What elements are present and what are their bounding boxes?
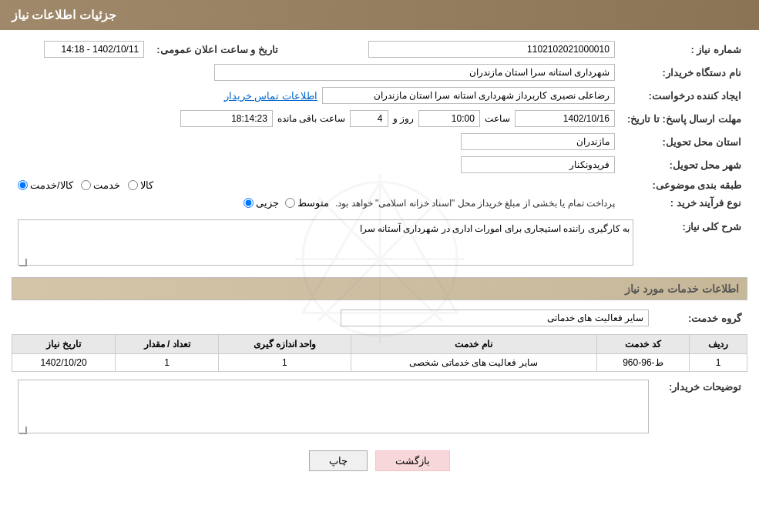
response-remain-input[interactable] xyxy=(180,110,273,127)
announcement-date-label: تاریخ و ساعت اعلان عمومی: xyxy=(150,38,301,61)
page-header: جزئیات اطلاعات نیاز xyxy=(0,0,759,30)
need-desc-wrapper xyxy=(18,219,633,268)
delivery-province-input[interactable] xyxy=(461,133,615,150)
need-desc-table: شرح کلی نیاز: xyxy=(12,216,747,271)
process-motevasset[interactable]: متوسط xyxy=(285,197,329,209)
delivery-city-label: شهر محل تحویل: xyxy=(621,153,747,176)
services-table: ردیف کد خدمت نام خدمت واحد اندازه گیری ت… xyxy=(12,334,747,372)
response-deadline-label: مهلت ارسال پاسخ: تا تاریخ: xyxy=(621,107,747,130)
need-number-input[interactable] xyxy=(368,41,615,58)
col-name: نام خدمت xyxy=(351,335,596,354)
buyer-notes-wrapper xyxy=(18,380,649,436)
col-date: تاریخ نیاز xyxy=(12,335,116,354)
creator-input xyxy=(322,87,615,104)
page-wrapper: جزئیات اطلاعات نیاز شماره نیاز : تاریخ و… xyxy=(0,0,759,532)
response-time-label: ساعت xyxy=(485,113,510,124)
delivery-city-input[interactable] xyxy=(461,156,615,173)
buyer-notes-table: توضیحات خریدار: xyxy=(12,376,747,439)
buyer-org-input[interactable] xyxy=(214,64,615,81)
response-days-input[interactable] xyxy=(350,110,388,127)
table-row: 1 ط-96-960 سایر فعالیت های خدماتی شخصی 1… xyxy=(12,354,747,372)
need-desc-label: شرح کلی نیاز: xyxy=(640,216,747,271)
button-row: بازگشت چاپ xyxy=(12,450,747,471)
category-khedmat[interactable]: خدمت xyxy=(81,179,120,191)
buyer-notes-label: توضیحات خریدار: xyxy=(655,376,747,439)
category-radio-group: کالا/خدمت خدمت کالا xyxy=(18,179,615,191)
info-table-top: شماره نیاز : تاریخ و ساعت اعلان عمومی: ن… xyxy=(12,38,747,212)
response-remain-label: ساعت باقی مانده xyxy=(277,113,345,124)
process-jozi[interactable]: جزیی xyxy=(243,197,279,209)
cell-code: ط-96-960 xyxy=(596,354,690,372)
need-desc-textarea[interactable] xyxy=(18,219,633,266)
service-group-label: گروه خدمت: xyxy=(655,306,747,330)
main-content: شماره نیاز : تاریخ و ساعت اعلان عمومی: ن… xyxy=(0,30,759,490)
buyer-notes-textarea[interactable] xyxy=(18,380,649,433)
process-type-label: نوع فرآیند خرید : xyxy=(621,194,747,212)
service-group-input[interactable] xyxy=(341,309,649,326)
creator-contact-link[interactable]: اطلاعات تماس خریدار xyxy=(224,90,317,102)
back-button[interactable]: بازگشت xyxy=(375,450,450,471)
cell-unit: 1 xyxy=(219,354,351,372)
print-button[interactable]: چاپ xyxy=(309,450,368,471)
services-section-title: اطلاعات خدمات مورد نیاز xyxy=(12,277,747,300)
response-date-input[interactable] xyxy=(515,110,615,127)
cell-name: سایر فعالیت های خدماتی شخصی xyxy=(351,354,596,372)
need-number-label: شماره نیاز : xyxy=(621,38,747,61)
announcement-date-input[interactable] xyxy=(44,41,144,58)
category-kala[interactable]: کالا xyxy=(128,179,153,191)
creator-label: ایجاد کننده درخواست: xyxy=(621,84,747,107)
resize-handle xyxy=(19,259,27,266)
process-note: پرداخت تمام یا بخشی از مبلغ خریداز محل "… xyxy=(335,198,615,209)
service-group-table: گروه خدمت: xyxy=(12,306,747,330)
response-day-label: روز و xyxy=(393,113,414,124)
col-code: کد خدمت xyxy=(596,335,690,354)
delivery-province-label: استان محل تحویل: xyxy=(621,130,747,153)
response-time-input[interactable] xyxy=(418,110,480,127)
buyer-notes-resize xyxy=(19,427,27,434)
buyer-org-label: نام دستگاه خریدار: xyxy=(621,61,747,84)
cell-date: 1402/10/20 xyxy=(12,354,116,372)
category-label: طبقه بندی موضوعی: xyxy=(621,176,747,194)
cell-row: 1 xyxy=(690,354,747,372)
col-unit: واحد اندازه گیری xyxy=(219,335,351,354)
page-title: جزئیات اطلاعات نیاز xyxy=(12,8,116,22)
col-row: ردیف xyxy=(690,335,747,354)
category-kala-khedmat[interactable]: کالا/خدمت xyxy=(18,179,73,191)
cell-qty: 1 xyxy=(116,354,219,372)
process-type-row: پرداخت تمام یا بخشی از مبلغ خریداز محل "… xyxy=(18,197,615,209)
col-qty: تعداد / مقدار xyxy=(116,335,219,354)
